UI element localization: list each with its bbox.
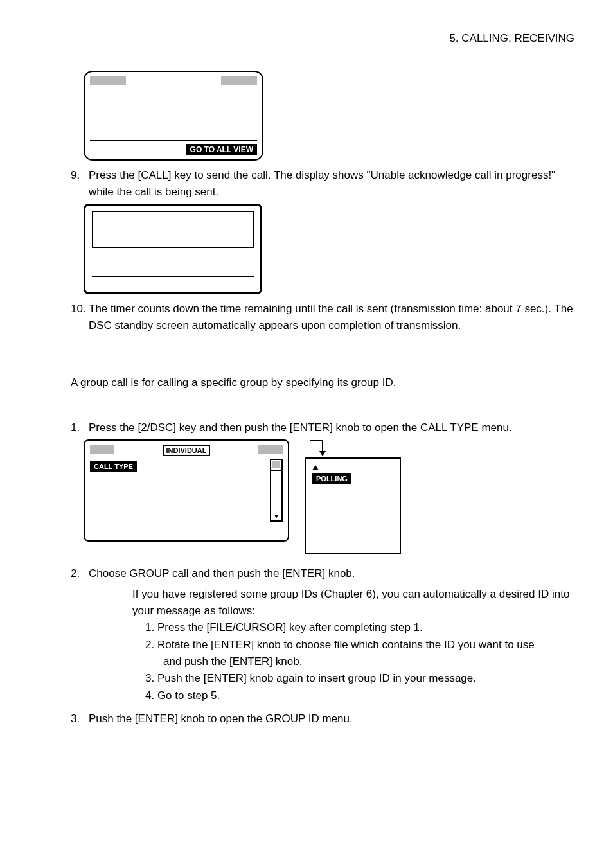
panel-top-row: INDIVIDUAL [90, 445, 283, 456]
step-number: 2. [71, 565, 89, 582]
note-line-2: 2. Rotate the [ENTER] knob to choose fil… [145, 637, 574, 653]
step-9: 9. Press the [CALL] key to send the call… [71, 167, 574, 200]
step-text: Press the [2/DSC] key and then push the … [89, 420, 574, 436]
divider-line [90, 140, 257, 141]
panel-left-col: CALL TYPE [90, 459, 270, 522]
note-block: If you have registered some group IDs (C… [132, 586, 574, 704]
step-text: Press the [CALL] key to send the call. T… [89, 167, 574, 200]
svg-marker-0 [319, 451, 326, 456]
screen-footer: GO TO ALL VIEW [90, 143, 257, 155]
call-type-label: CALL TYPE [90, 461, 137, 472]
arrow-up-icon [312, 465, 319, 470]
page-header: 5. CALLING, RECEIVING [71, 32, 574, 45]
placeholder-block [221, 76, 257, 85]
go-to-all-view-button[interactable]: GO TO ALL VIEW [186, 144, 257, 155]
screen-body-blank [90, 89, 257, 137]
panel-b-wrapper: POLLING [305, 439, 401, 554]
step-number: 9. [71, 167, 89, 184]
device-screen-all-view: GO TO ALL VIEW [84, 71, 263, 161]
step-2: 2. Choose GROUP call and then push the [… [71, 565, 574, 582]
note-lead: If you have registered some group IDs (C… [132, 586, 574, 620]
note-line-3: 3. Push the [ENTER] knob again to insert… [145, 670, 574, 687]
group-call-intro: A group call is for calling a specific g… [71, 375, 574, 391]
scroll-track-line [271, 470, 281, 471]
step-10: 10. The timer counts down the time remai… [71, 301, 574, 333]
section-label: 5. CALLING, RECEIVING [449, 32, 574, 44]
polling-panel: POLLING [305, 457, 401, 554]
blank-area [92, 256, 254, 274]
scroll-thumb[interactable] [272, 461, 280, 468]
step-text: Choose GROUP call and then push the [ENT… [89, 565, 574, 582]
step-1: 1. Press the [2/DSC] key and then push t… [71, 420, 574, 436]
placeholder-block [90, 445, 114, 454]
scroll-hint-row [90, 502, 270, 502]
note-line-2b: and push the [ENTER] knob. [163, 653, 574, 670]
panel-body: CALL TYPE ▾ [90, 459, 283, 522]
note-line-4: 4. Go to step 5. [145, 687, 574, 704]
step-text: Push the [ENTER] knob to open the GROUP … [89, 711, 574, 727]
step-number: 3. [71, 711, 89, 727]
step-text: The timer counts down the time remaining… [89, 301, 574, 333]
placeholder-block [90, 76, 126, 85]
blank-footer [92, 279, 254, 288]
divider-line [92, 276, 254, 277]
step-number: 1. [71, 420, 89, 436]
step-3: 3. Push the [ENTER] knob to open the GRO… [71, 711, 574, 727]
note-line-1: 1. Press the [FILE/CURSOR] key after com… [145, 619, 574, 636]
screen-top-row [90, 76, 257, 85]
divider-line [90, 526, 283, 526]
scroll-down-icon[interactable]: ▾ [271, 511, 281, 520]
inner-window [92, 211, 254, 248]
call-type-panel: INDIVIDUAL CALL TYPE ▾ [84, 439, 289, 542]
placeholder-block [258, 445, 283, 454]
arrow-right-down-icon [308, 439, 337, 457]
page: 5. CALLING, RECEIVING GO TO ALL VIEW 9. … [0, 0, 613, 763]
device-screen-ack [84, 204, 262, 294]
panels-row: INDIVIDUAL CALL TYPE ▾ [84, 439, 574, 554]
individual-label: INDIVIDUAL [163, 445, 211, 456]
scrollbar[interactable]: ▾ [270, 459, 283, 522]
polling-label: POLLING [312, 473, 351, 484]
step-number: 10. [71, 301, 89, 317]
